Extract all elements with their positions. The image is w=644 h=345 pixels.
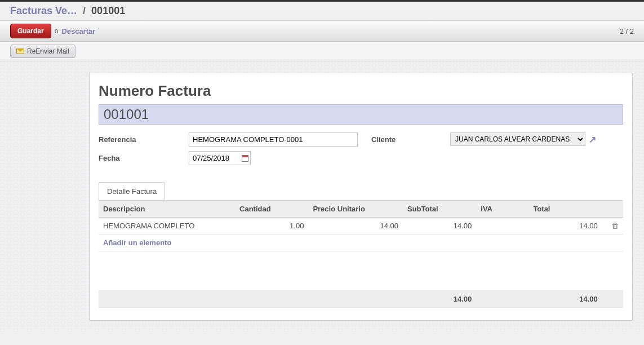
mail-icon xyxy=(16,48,24,54)
footer-row: 14.00 14.00 xyxy=(99,291,623,308)
date-label: Fecha xyxy=(99,154,189,162)
col-unit-price: Precio Unitario xyxy=(308,201,403,218)
detail-table: Descripcion Cantidad Precio Unitario Sub… xyxy=(99,200,623,308)
calendar-icon[interactable] xyxy=(242,155,248,162)
tab-detail[interactable]: Detalle Factura xyxy=(99,182,165,200)
reference-label: Referencia xyxy=(99,135,189,144)
action-bar: Guardar o Descartar 2 / 2 xyxy=(0,20,644,42)
resend-mail-button[interactable]: ReEnviar Mail xyxy=(10,45,75,58)
col-description: Descripcion xyxy=(99,201,235,218)
client-select[interactable]: JUAN CARLOS ALVEAR CARDENAS xyxy=(450,132,585,146)
or-text: o xyxy=(55,27,59,35)
pager-sep: / xyxy=(624,27,630,36)
cell-iva[interactable] xyxy=(476,218,528,235)
cell-subtotal: 14.00 xyxy=(403,218,476,235)
client-label: Cliente xyxy=(371,135,450,144)
trash-icon[interactable]: 🗑 xyxy=(611,222,619,230)
breadcrumb-separator: / xyxy=(80,5,88,16)
breadcrumb-parent-link[interactable]: Facturas Ve… xyxy=(10,5,77,16)
external-link-icon[interactable]: ↗ xyxy=(589,134,596,145)
reference-input[interactable] xyxy=(189,132,358,147)
discard-link[interactable]: Descartar xyxy=(61,27,95,36)
table-row[interactable]: HEMOGRAMA COMPLETO 1.00 14.00 14.00 14.0… xyxy=(99,218,623,235)
footer-total: 14.00 xyxy=(528,291,602,308)
secondary-action-bar: ReEnviar Mail xyxy=(0,42,644,61)
breadcrumb-current: 001001 xyxy=(91,5,125,16)
invoice-number-input[interactable] xyxy=(99,104,623,125)
form-sheet: Numero Factura Referencia Fecha xyxy=(89,73,633,321)
col-iva: IVA xyxy=(476,201,528,218)
col-subtotal: SubTotal xyxy=(403,201,476,218)
cell-quantity[interactable]: 1.00 xyxy=(235,218,308,235)
cell-description[interactable]: HEMOGRAMA COMPLETO xyxy=(99,218,235,235)
col-quantity: Cantidad xyxy=(235,201,308,218)
footer-subtotal: 14.00 xyxy=(403,291,476,308)
breadcrumb: Facturas Ve… / 001001 xyxy=(0,2,644,20)
pager-total: 2 xyxy=(630,27,634,36)
save-button[interactable]: Guardar xyxy=(10,24,51,38)
cell-total: 14.00 xyxy=(528,218,602,235)
col-total: Total xyxy=(528,201,602,218)
section-title: Numero Factura xyxy=(99,82,623,100)
pager-current: 2 xyxy=(620,27,624,36)
cell-unit-price[interactable]: 14.00 xyxy=(308,218,403,235)
pager: 2 / 2 xyxy=(620,27,634,36)
add-item-link[interactable]: Añadir un elemento xyxy=(103,238,171,247)
resend-mail-label: ReEnviar Mail xyxy=(27,47,69,55)
